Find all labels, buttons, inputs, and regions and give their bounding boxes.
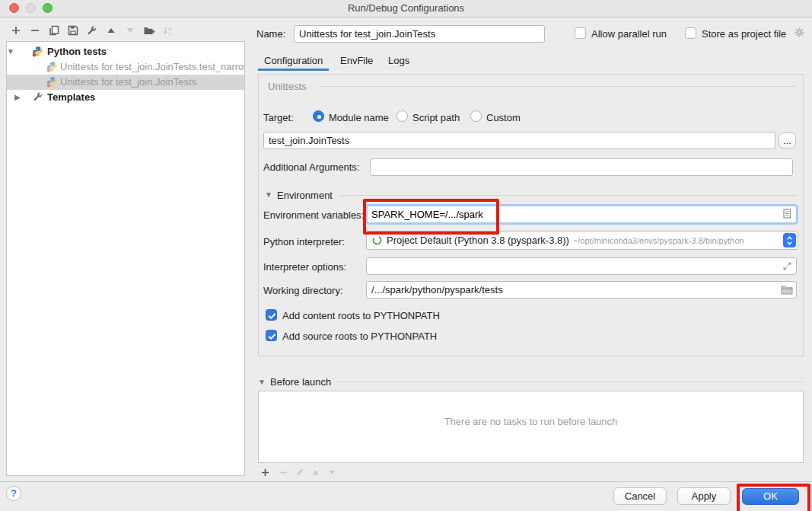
python-interpreter-dropdown[interactable]: Project Default (Python 3.8 (pyspark-3.8… <box>366 231 798 250</box>
name-input[interactable] <box>294 25 545 43</box>
add-content-roots-checkbox[interactable] <box>266 309 277 321</box>
tree-item-templates[interactable]: ▶ Templates <box>7 90 244 105</box>
environment-section-line <box>341 195 795 196</box>
remove-icon <box>276 465 290 479</box>
remove-icon[interactable] <box>28 24 42 37</box>
folder-icon[interactable] <box>781 285 793 297</box>
sort-alphabetically-icon: az <box>161 24 175 37</box>
environment-variables-label: Environment variables: <box>263 209 364 221</box>
working-directory-label: Working directory: <box>263 285 343 296</box>
tree-item-unittests-narrow[interactable]: Unittests for test_join.JoinTests.test_n… <box>7 59 244 75</box>
tree-item-label[interactable]: Unittests for test_join.JoinTests <box>60 76 196 88</box>
move-up-icon[interactable] <box>104 24 118 37</box>
group-header-unittests: Unittests <box>268 81 307 92</box>
apply-button[interactable]: Apply <box>677 487 731 505</box>
target-label: Target: <box>263 112 294 123</box>
interpreter-options-input[interactable] <box>366 257 797 275</box>
svg-text:z: z <box>169 31 172 37</box>
python-tests-icon <box>46 61 58 75</box>
save-icon[interactable] <box>66 24 80 37</box>
environment-variables-input[interactable] <box>368 206 796 222</box>
working-directory-input[interactable] <box>366 281 797 299</box>
additional-arguments-label: Additional Arguments: <box>263 161 359 173</box>
show-env-vars-dialog-icon[interactable] <box>782 208 792 221</box>
new-folder-icon[interactable] <box>142 24 156 37</box>
active-tab-underline <box>258 69 329 71</box>
copy-icon[interactable] <box>47 24 61 37</box>
radio-custom-label[interactable]: Custom <box>486 112 521 123</box>
radio-script-path-label[interactable]: Script path <box>412 112 460 123</box>
help-button[interactable]: ? <box>6 486 21 501</box>
before-launch-toolbar <box>258 465 410 479</box>
configuration-panel: Unittests Target: Module name Script pat… <box>258 74 804 356</box>
python-interpreter-path: ~/opt/miniconda3/envs/pyspark-3.8/bin/py… <box>573 236 744 245</box>
tab-configuration[interactable]: Configuration <box>264 55 323 66</box>
edit-templates-icon[interactable] <box>85 24 99 37</box>
expand-field-icon[interactable] <box>782 261 792 273</box>
chevron-down-icon[interactable]: ▼ <box>265 190 272 199</box>
configurations-tree: ▼ . Python tests Unittests for test_join… <box>6 41 245 476</box>
run-debug-configurations-dialog: Run/Debug Configurations az ▼ . <box>0 0 812 511</box>
gear-icon[interactable] <box>793 26 806 41</box>
before-launch-task-list: There are no tasks to run before launch <box>258 391 804 463</box>
python-tests-icon <box>46 76 58 90</box>
add-content-roots-label: Add content roots to PYTHONPATH <box>282 310 440 321</box>
module-name-input[interactable] <box>263 132 775 149</box>
footer-separator <box>0 481 812 482</box>
title-bar: Run/Debug Configurations <box>0 0 812 18</box>
radio-module-name[interactable] <box>313 110 324 122</box>
before-launch-line <box>336 382 804 382</box>
tree-item-unittests-jointests-selected[interactable]: Unittests for test_join.JoinTests <box>7 75 244 90</box>
allow-parallel-run-checkbox[interactable] <box>575 27 586 39</box>
window-title: Run/Debug Configurations <box>0 0 812 17</box>
radio-module-name-label[interactable]: Module name <box>329 112 389 123</box>
move-down-icon <box>123 24 137 37</box>
tree-item-label[interactable]: Templates <box>47 91 95 103</box>
edit-icon <box>293 465 307 479</box>
chevron-up-down-icon[interactable] <box>783 233 796 248</box>
environment-section-header[interactable]: Environment <box>277 190 333 201</box>
tree-toolbar: az <box>0 24 251 39</box>
templates-wrench-icon <box>33 91 43 104</box>
chevron-right-icon[interactable]: ▶ <box>14 93 21 101</box>
browse-button[interactable]: ... <box>779 133 796 149</box>
move-up-icon <box>308 465 322 479</box>
chevron-down-icon[interactable]: ▼ <box>258 378 266 386</box>
allow-parallel-run-label: Allow parallel run <box>591 28 667 40</box>
add-icon[interactable] <box>9 24 23 37</box>
tree-item-label[interactable]: Unittests for test_join.JoinTests.test_n… <box>60 61 244 72</box>
interpreter-options-label: Interpreter options: <box>263 261 346 273</box>
tab-envfile[interactable]: EnvFile <box>340 55 373 66</box>
python-interpreter-label: Python interpreter: <box>263 236 345 248</box>
additional-arguments-input[interactable] <box>370 158 793 176</box>
python-interpreter-value: Project Default (Python 3.8 (pyspark-3.8… <box>387 235 569 246</box>
before-launch-header[interactable]: Before launch <box>270 376 331 388</box>
chevron-down-icon[interactable]: ▼ <box>7 47 14 56</box>
store-as-project-file-checkbox[interactable] <box>685 27 696 39</box>
radio-script-path[interactable] <box>396 110 408 122</box>
store-as-project-file-label: Store as project file <box>702 28 786 40</box>
ok-button[interactable]: OK <box>742 488 799 505</box>
name-label: Name: <box>256 28 285 40</box>
radio-custom[interactable] <box>470 110 482 122</box>
tree-item-python-tests[interactable]: ▼ . Python tests <box>7 44 244 59</box>
cancel-button[interactable]: Cancel <box>613 487 667 505</box>
group-header-line <box>320 86 795 87</box>
tree-item-label[interactable]: Python tests <box>47 46 107 57</box>
add-source-roots-label: Add source roots to PYTHONPATH <box>282 331 437 342</box>
conda-interpreter-icon <box>371 235 383 246</box>
before-launch-empty-message: There are no tasks to run before launch <box>259 416 803 427</box>
move-down-icon <box>325 465 339 479</box>
environment-variables-field <box>365 204 798 225</box>
tab-logs[interactable]: Logs <box>388 55 409 66</box>
python-tests-icon <box>32 46 43 59</box>
add-icon[interactable] <box>258 465 272 479</box>
add-source-roots-checkbox[interactable] <box>266 330 277 341</box>
